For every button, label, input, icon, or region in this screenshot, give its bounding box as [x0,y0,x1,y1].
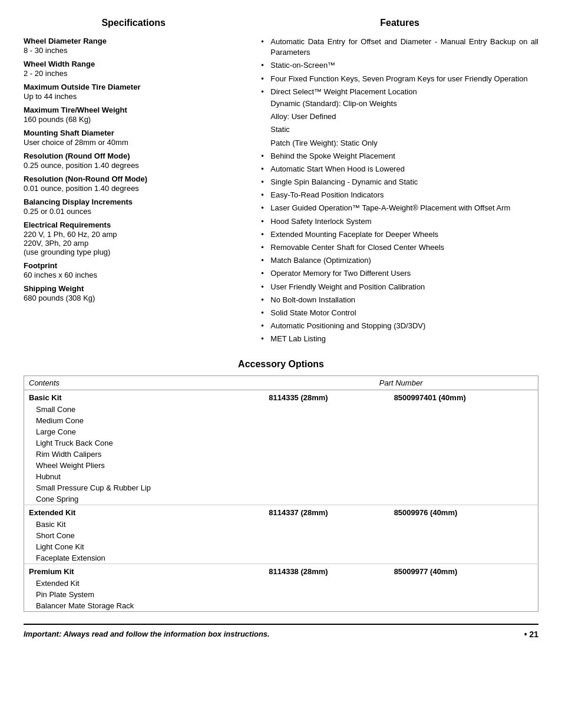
spec-tire-diameter-value: Up to 44 inches [24,92,243,101]
features-list: Automatic Data Entry for Offset and Diam… [261,37,538,345]
spec-footprint-label: Footprint [24,261,243,270]
sub-item-dynamic: Dynamic (Standard): Clip-on Weights [270,98,538,109]
table-row: Basic Kit 8114335 (28mm) 8500997401 (40m… [24,390,538,404]
spec-tire-weight-label: Maximum Tire/Wheel Weight [24,106,243,114]
kit-part-28mm-premium: 8114338 (28mm) [264,564,389,578]
feature-item-4: Behind the Spoke Weight Placement [261,151,538,162]
spec-electrical-value: 220 V, 1 Ph, 60 Hz, 20 amp220V, 3Ph, 20 … [24,230,243,256]
feature-item-11: Removable Center Shaft for Closed Center… [261,242,538,253]
table-row: Extended Kit 8114337 (28mm) 85009976 (40… [24,505,538,519]
feature-item-6: Single Spin Balancing - Dynamic and Stat… [261,177,538,187]
spec-display-increments-value: 0.25 or 0.01 ounces [24,207,243,216]
table-row: Extended Kit [24,578,538,589]
table-row: Medium Cone [24,415,538,426]
features-section: Features Automatic Data Entry for Offset… [255,18,538,347]
table-row: Small Cone [24,404,538,415]
footer-text: Important: Always read and follow the in… [24,630,270,638]
spec-wheel-width-value: 2 - 20 inches [24,69,243,78]
feature-item-13: Operator Memory for Two Different Users [261,268,538,279]
spec-shipping-weight-label: Shipping Weight [24,284,243,293]
list-item: Basic Kit [24,519,265,530]
list-item: Pin Plate System [24,589,265,600]
list-item: Balancer Mate Storage Rack [24,600,265,612]
feature-item-7: Easy-To-Read Position Indicators [261,190,538,200]
table-row: Wheel Weight Pliers [24,460,538,471]
table-row: Premium Kit 8114338 (28mm) 85009977 (40m… [24,564,538,578]
feature-item-0: Automatic Data Entry for Offset and Diam… [261,37,538,58]
table-row: Rim Width Calipers [24,449,538,460]
list-item: Rim Width Calipers [24,449,265,460]
table-row: Short Cone [24,530,538,541]
table-row: Large Cone [24,426,538,437]
footer: Important: Always read and follow the in… [24,624,538,639]
specs-title: Specifications [24,18,243,28]
spec-tire-weight-value: 160 pounds (68 Kg) [24,115,243,124]
spec-wheel-diameter-label: Wheel Diameter Range [24,37,243,45]
table-row: Light Cone Kit [24,541,538,552]
spec-footprint-value: 60 inches x 60 inches [24,271,243,279]
spec-resolution-round-value: 0.25 ounce, position 1.40 degrees [24,161,243,170]
feature-item-17: Automatic Positioning and Stopping (3D/3… [261,321,538,331]
table-row: Basic Kit [24,519,538,530]
feature-item-12: Match Balance (Optimization) [261,255,538,266]
table-row: Balancer Mate Storage Rack [24,600,538,612]
list-item: Light Cone Kit [24,541,265,552]
table-row: Pin Plate System [24,589,538,600]
table-row: Cone Spring [24,493,538,505]
spec-tire-diameter-label: Maximum Outside Tire Diameter [24,83,243,91]
kit-part-28mm-basic: 8114335 (28mm) [264,390,389,404]
sub-item-patch: Patch (Tire Weight): Static Only [270,138,538,149]
feature-item-14: User Friendly Weight and Position Calibr… [261,282,538,292]
table-row: Light Truck Back Cone [24,437,538,449]
spec-resolution-nonround-label: Resolution (Non-Round Off Mode) [24,174,243,183]
list-item: Faceplate Extension [24,552,265,564]
spec-resolution-nonround-value: 0.01 ounce, position 1.40 degrees [24,184,243,193]
spec-shipping-weight-value: 680 pounds (308 Kg) [24,294,243,302]
list-item: Extended Kit [24,578,265,589]
features-title: Features [261,18,538,28]
feature-item-9: Hood Safety Interlock System [261,216,538,227]
specifications-section: Specifications Wheel Diameter Range 8 - … [24,18,255,347]
list-item: Large Cone [24,426,265,437]
spec-wheel-width-label: Wheel Width Range [24,60,243,68]
spec-wheel-diameter-value: 8 - 30 inches [24,46,243,55]
spec-display-increments-label: Balancing Display Increments [24,197,243,206]
feature-item-15: No Bolt-down Installation [261,295,538,305]
list-item: Hubnut [24,471,265,482]
spec-shaft-diameter-value: User choice of 28mm or 40mm [24,138,243,147]
table-header-part-number: Part Number [264,375,538,390]
kit-part-40mm-basic: 8500997401 (40mm) [389,390,538,404]
table-header-contents: Contents [24,375,265,390]
kit-part-40mm-premium: 85009977 (40mm) [389,564,538,578]
kit-name-basic: Basic Kit [24,390,265,404]
table-row: Small Pressure Cup & Rubber Lip [24,482,538,493]
list-item: Small Pressure Cup & Rubber Lip [24,482,265,493]
feature-item-18: MET Lab Listing [261,334,538,344]
list-item: Cone Spring [24,493,265,505]
kit-part-28mm-extended: 8114337 (28mm) [264,505,389,519]
accessory-section: Accessory Options Contents Part Number B… [24,359,538,612]
feature-item-16: Solid State Motor Control [261,308,538,318]
spec-electrical-label: Electrical Requirements [24,220,243,229]
table-row: Hubnut [24,471,538,482]
feature-item-3: Direct Select™ Weight Placement Location… [261,87,538,149]
feature-item-5: Automatic Start When Hood is Lowered [261,164,538,174]
list-item: Short Cone [24,530,265,541]
list-item: Light Truck Back Cone [24,437,265,449]
footer-page: • 21 [524,630,538,639]
list-item: Small Cone [24,404,265,415]
feature-item-8: Laser Guided Operation™ Tape-A-Weight® P… [261,203,538,213]
sub-item-static: Static [270,124,538,135]
spec-resolution-round-label: Resolution (Round Off Mode) [24,151,243,160]
accessory-table: Contents Part Number Basic Kit 8114335 (… [24,375,538,612]
feature-item-1: Static-on-Screen™ [261,60,538,71]
spec-shaft-diameter-label: Mounting Shaft Diameter [24,129,243,137]
list-item: Wheel Weight Pliers [24,460,265,471]
direct-select-sub-list: Dynamic (Standard): Clip-on Weights Allo… [270,98,538,149]
kit-part-40mm-extended: 85009976 (40mm) [389,505,538,519]
list-item: Medium Cone [24,415,265,426]
feature-item-10: Extended Mounting Faceplate for Deeper W… [261,229,538,240]
table-row: Faceplate Extension [24,552,538,564]
feature-item-2: Four Fixed Function Keys, Seven Program … [261,74,538,84]
kit-name-extended: Extended Kit [24,505,265,519]
